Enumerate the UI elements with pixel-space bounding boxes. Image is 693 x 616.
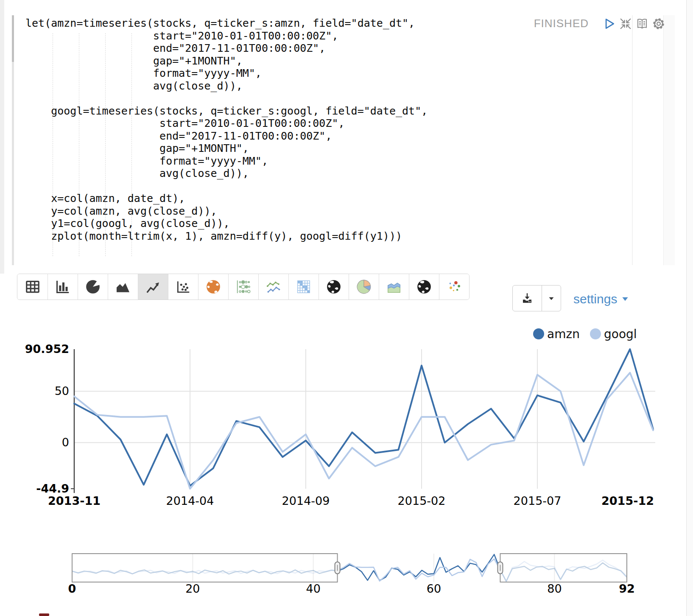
legend-swatch-googl[interactable] bbox=[590, 328, 601, 339]
editor-right-gutter[interactable] bbox=[663, 15, 675, 265]
chart-type-pie-advanced[interactable] bbox=[349, 274, 379, 300]
nav-tick-label: 40 bbox=[306, 582, 321, 595]
chart-type-table[interactable] bbox=[17, 274, 48, 300]
y-tick-label: 50 bbox=[55, 384, 69, 398]
chart-type-scatter-chart[interactable] bbox=[168, 274, 198, 300]
legend-label-amzn[interactable]: amzn bbox=[547, 327, 580, 341]
x-tick-label: 2014-09 bbox=[282, 494, 330, 507]
settings-dropdown[interactable]: settings bbox=[573, 292, 629, 306]
gear-icon[interactable] bbox=[652, 17, 665, 30]
chart-type-area-advanced[interactable] bbox=[379, 274, 409, 300]
x-tick-label: 2015-12 bbox=[601, 494, 654, 507]
chart-type-globe-black-2[interactable] bbox=[409, 274, 439, 300]
editor-left-scrollbar[interactable] bbox=[12, 15, 14, 265]
scatter-color-icon bbox=[446, 279, 462, 295]
paragraph-controls: FINISHED bbox=[534, 17, 665, 30]
legend-label-googl[interactable]: googl bbox=[604, 327, 637, 341]
scatter-icon bbox=[175, 279, 191, 295]
heatmap-icon bbox=[296, 279, 312, 295]
y-tick-label: -44.9 bbox=[36, 482, 69, 495]
code-editor[interactable]: let(amzn=timeseries(stocks, q=ticker_s:a… bbox=[25, 17, 428, 242]
area-icon bbox=[115, 279, 131, 295]
area-color-icon bbox=[386, 279, 402, 295]
cutoff-red-element bbox=[39, 613, 49, 616]
nav-series-faded-amzn bbox=[72, 554, 627, 581]
series-line-googl[interactable] bbox=[74, 373, 653, 489]
chart-type-globe-black-1[interactable] bbox=[319, 274, 349, 300]
chart-type-map-globe-orange[interactable] bbox=[198, 274, 228, 300]
y-tick-label: 0 bbox=[62, 436, 69, 449]
zeppelin-paragraph: let(amzn=timeseries(stocks, q=ticker_s:a… bbox=[0, 0, 693, 616]
caret-down-icon bbox=[621, 295, 629, 303]
chart-type-pie-chart[interactable] bbox=[78, 274, 108, 300]
navigator-chart[interactable]: 02040608092 bbox=[0, 545, 693, 602]
nav-tick-label: 80 bbox=[547, 582, 562, 595]
globe-black-icon bbox=[416, 279, 432, 295]
nav-tick-label: 92 bbox=[619, 582, 635, 595]
x-tick-label: 2013-11 bbox=[48, 494, 101, 507]
nav-series-googl bbox=[338, 559, 500, 581]
table-icon bbox=[25, 279, 41, 295]
chart-type-multi-line[interactable] bbox=[258, 274, 288, 300]
download-icon bbox=[521, 292, 534, 305]
nav-tick-label: 20 bbox=[185, 582, 200, 595]
caret-down-icon bbox=[547, 294, 556, 303]
bubble-grid-icon bbox=[235, 279, 251, 295]
chart-type-bar-chart[interactable] bbox=[48, 274, 78, 300]
page-scrollbar[interactable] bbox=[686, 0, 693, 616]
brush-handle-left[interactable] bbox=[335, 562, 340, 574]
book-icon[interactable] bbox=[636, 17, 648, 30]
nav-tick-label: 60 bbox=[427, 582, 441, 595]
chart-type-line-chart[interactable] bbox=[138, 274, 168, 300]
nav-tick-label: 0 bbox=[68, 582, 76, 595]
chart-type-toolbar bbox=[17, 274, 469, 300]
main-line-chart[interactable]: 90.952500-44.92013-112014-042014-092015-… bbox=[0, 305, 693, 517]
globe-orange-icon bbox=[205, 279, 221, 295]
print-margin-line bbox=[632, 15, 633, 265]
editor-scrollbar-thumb[interactable] bbox=[12, 15, 14, 62]
pie-icon bbox=[85, 279, 101, 295]
bar-icon bbox=[55, 279, 71, 295]
brush-left-mask[interactable] bbox=[72, 554, 338, 582]
multi-line-icon bbox=[265, 279, 282, 295]
line-icon bbox=[145, 279, 161, 295]
legend-swatch-amzn[interactable] bbox=[533, 328, 544, 339]
chart-type-bubble-grid[interactable] bbox=[228, 274, 258, 300]
run-icon[interactable] bbox=[603, 17, 615, 30]
settings-label: settings bbox=[573, 292, 617, 306]
pie-color-icon bbox=[356, 279, 372, 295]
globe-black-icon bbox=[326, 279, 342, 295]
brush-handle-right[interactable] bbox=[497, 562, 503, 574]
nav-series-faded-googl bbox=[72, 559, 627, 582]
series-line-amzn[interactable] bbox=[74, 349, 653, 486]
chart-type-heatmap[interactable] bbox=[288, 274, 319, 300]
chart-type-scatter-advanced[interactable] bbox=[439, 274, 469, 300]
x-tick-label: 2014-04 bbox=[166, 494, 214, 507]
x-tick-label: 2015-02 bbox=[398, 494, 446, 507]
chart-type-area-chart[interactable] bbox=[108, 274, 138, 300]
x-tick-label: 2015-07 bbox=[514, 494, 562, 507]
collapse-icon[interactable] bbox=[619, 17, 632, 30]
y-tick-label: 90.952 bbox=[25, 342, 69, 356]
page-left-margin bbox=[0, 0, 4, 274]
status-badge: FINISHED bbox=[534, 17, 589, 30]
